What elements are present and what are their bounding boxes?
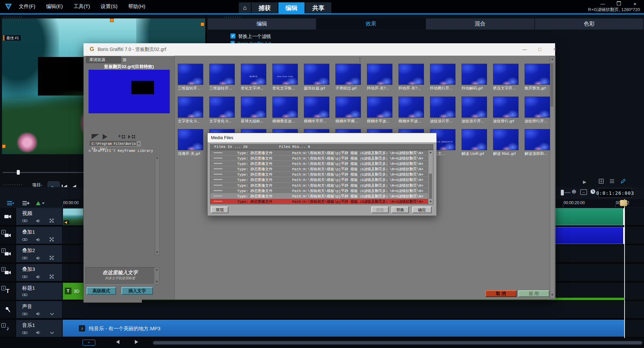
title-clip[interactable]: T 3D xyxy=(63,283,84,300)
effect-thumbnail[interactable] xyxy=(462,64,487,85)
effect-thumbnail[interactable] xyxy=(398,97,424,118)
dialog-title-bar[interactable]: Media Files xyxy=(208,133,436,142)
chevron-icon[interactable] xyxy=(50,312,54,315)
selection-handle-left[interactable] xyxy=(2,144,6,148)
tab-混合[interactable]: 混合 xyxy=(426,18,534,30)
combobox-arrow-icon[interactable]: ▼ xyxy=(137,141,141,147)
grid-icon[interactable] xyxy=(50,275,54,279)
add-keyframe-icon[interactable] xyxy=(118,134,126,139)
effect-thumbnail[interactable] xyxy=(462,129,487,150)
media-file-row[interactable]: Type: 静态图像文件Path:H:\剪辑相关\模板\pj平静 模板（G滤镜及… xyxy=(210,193,433,199)
effect-thumbnail[interactable] xyxy=(367,64,392,85)
link-icon[interactable] xyxy=(22,293,28,296)
timeline-drag-handle[interactable]: ········· xyxy=(3,183,23,187)
cancel-button[interactable]: 取 消 xyxy=(485,290,517,297)
sort-up-icon[interactable]: ▲ xyxy=(359,57,361,60)
menu-编辑(E)[interactable]: 编辑(E) xyxy=(41,0,68,13)
effect-thumbnail[interactable]: this first title xyxy=(272,64,298,85)
track-header-声音[interactable]: 声音 xyxy=(16,301,62,318)
scroll-up-icon[interactable]: ◆ xyxy=(551,58,554,61)
effect-thumbnail[interactable] xyxy=(430,64,455,85)
grid-icon[interactable] xyxy=(50,256,54,260)
scroll-up-icon[interactable]: ◆ xyxy=(429,151,432,154)
tab-效果[interactable]: 效果 xyxy=(317,18,425,30)
menu-帮助(H)[interactable]: 帮助(H) xyxy=(123,0,151,13)
advanced-mode-button[interactable]: 高级模式 xyxy=(87,287,116,295)
link-icon[interactable] xyxy=(22,238,28,241)
tree-expander-icon[interactable]: ▷ xyxy=(89,149,91,153)
scroll-right-icon[interactable] xyxy=(135,340,138,344)
library-tab-button[interactable] xyxy=(122,58,127,62)
playhead-line[interactable] xyxy=(624,199,625,338)
ok-button[interactable]: 确定 xyxy=(412,207,432,213)
reveal-button[interactable]: 展现 xyxy=(211,207,228,213)
media-file-row[interactable]: Type: 静态图像文件Path:H:\剪辑相关\模板\pj平静 模板（G滤镜及… xyxy=(210,188,433,193)
menu-文件(F)[interactable]: 文件(F) xyxy=(13,0,41,13)
menu-设置(S)[interactable]: 设置(S) xyxy=(95,0,123,13)
text-entry-box[interactable]: 在这里输入文字 对多文字轨使用标签 xyxy=(86,267,155,285)
media-file-row[interactable]: Type: 静态图像文件Path:H:\剪辑相关\模板\pj平静 模板（G滤镜及… xyxy=(210,199,433,204)
effect-thumbnail[interactable] xyxy=(335,97,361,118)
render-icon[interactable] xyxy=(92,134,99,139)
expand-icon[interactable]: ▶ xyxy=(583,179,586,184)
link-icon[interactable] xyxy=(22,312,28,315)
effect-thumbnail[interactable] xyxy=(178,64,203,85)
dialog-scrollbar[interactable]: ◆ ◆ xyxy=(428,150,433,204)
library-browser-tab[interactable]: 库浏览器 xyxy=(86,56,121,63)
insert-text-button[interactable]: 插入文字 xyxy=(121,287,153,295)
music-clip[interactable]: ♪ 纯音乐 - 有一个美丽的地方.MP3 xyxy=(63,320,625,337)
link-icon[interactable] xyxy=(22,256,28,259)
speaker-icon[interactable] xyxy=(36,256,41,260)
track-lane-声音[interactable] xyxy=(62,301,644,318)
effect-thumbnail[interactable] xyxy=(304,64,329,85)
tree-scrollbar[interactable]: ◆ ◆ xyxy=(155,155,160,255)
track-header-叠加1[interactable]: 叠加1 xyxy=(16,227,62,244)
boris-maximize-button[interactable]: □ xyxy=(536,46,543,53)
clock-icon[interactable] xyxy=(590,189,596,194)
selection-handle-top[interactable] xyxy=(110,18,114,22)
effect-thumbnail[interactable] xyxy=(462,97,487,118)
effect-thumbnail[interactable] xyxy=(209,97,235,118)
scroll-down-icon[interactable]: ◆ xyxy=(156,250,159,253)
effect-thumbnail[interactable] xyxy=(525,129,550,150)
speaker-icon[interactable] xyxy=(36,238,41,242)
dialog-scrollbar-thumb[interactable] xyxy=(429,174,432,199)
scroll-up-icon[interactable]: ◆ xyxy=(155,268,158,271)
scroll-left-icon[interactable] xyxy=(116,340,119,344)
effect-thumbnail[interactable] xyxy=(493,129,519,150)
grid-icon[interactable] xyxy=(50,237,54,242)
chevron-icon[interactable] xyxy=(50,331,54,334)
add-chapter-button[interactable]: + xyxy=(83,340,95,346)
link-icon[interactable] xyxy=(22,275,28,278)
link-icon[interactable] xyxy=(22,331,28,334)
menu-工具(T)[interactable]: 工具(T) xyxy=(68,0,95,13)
preview-play-icon[interactable] xyxy=(103,134,107,139)
minimize-button[interactable]: — xyxy=(598,1,608,7)
volume-slider-knob[interactable] xyxy=(561,190,564,195)
textbox-scrollbar[interactable]: ◆ ◆ xyxy=(155,267,159,285)
track-manager-icon[interactable] xyxy=(7,200,14,206)
effect-thumbnail[interactable] xyxy=(430,97,455,118)
grid-view-icon[interactable] xyxy=(599,179,604,184)
sort-down-icon[interactable]: ▼ xyxy=(359,60,361,63)
mode-tab-编辑[interactable]: 编辑 xyxy=(278,2,305,13)
effect-thumbnail[interactable] xyxy=(367,97,392,118)
effect-thumbnail[interactable] xyxy=(493,64,519,85)
speaker-icon[interactable] xyxy=(36,275,41,279)
mode-tab-捕获[interactable]: 捕获 xyxy=(252,2,278,13)
scroll-down-icon[interactable]: ◆ xyxy=(551,293,554,296)
grid-icon[interactable] xyxy=(50,219,54,223)
restore-button[interactable] xyxy=(614,1,624,7)
effect-thumbnail[interactable] xyxy=(272,97,298,118)
effect-thumbnail[interactable] xyxy=(493,97,519,118)
scrubber-handle[interactable] xyxy=(17,170,20,175)
speaker-icon[interactable] xyxy=(36,312,41,316)
add-track-icon[interactable] xyxy=(22,200,30,206)
track-header-叠加3[interactable]: 叠加3 xyxy=(16,264,62,281)
play-keyframes-icon[interactable] xyxy=(128,134,136,139)
media-files-list[interactable]: Type: 静态图像文件Path:H:\剪辑相关\模板\pj平静 模板（G滤镜及… xyxy=(210,150,433,205)
scroll-down-icon[interactable]: ◆ xyxy=(429,200,432,203)
effect-thumbnail[interactable] xyxy=(304,97,329,118)
tab-色彩[interactable]: 色彩 xyxy=(535,18,643,30)
media-file-row[interactable]: Type: 静态图像文件Path:H:\剪辑相关\模板\pj平静 模板（G滤镜及… xyxy=(210,156,433,161)
